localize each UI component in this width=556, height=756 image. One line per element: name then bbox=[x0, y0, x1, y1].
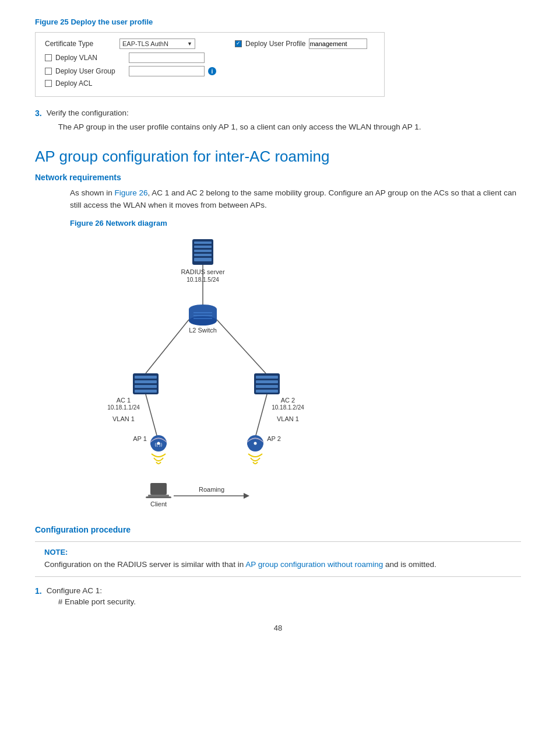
figure25-form: Certificate Type EAP-TLS AuthN ▼ Deploy … bbox=[35, 32, 385, 97]
ap2-label: AP 2 bbox=[267, 435, 281, 442]
configuration-procedure-section: Configuration procedure NOTE: Configurat… bbox=[35, 525, 521, 606]
figure26-title: Figure 26 Network diagram bbox=[70, 219, 521, 228]
cert-type-select[interactable]: EAP-TLS AuthN ▼ bbox=[119, 38, 195, 49]
step1-container: 1. Configure AC 1: # Enable port securit… bbox=[35, 586, 521, 606]
ac1-ip: 10.18.1.1/24 bbox=[107, 404, 140, 411]
step3-title: Verify the configuration: bbox=[47, 108, 421, 117]
svg-rect-14 bbox=[256, 385, 278, 388]
deploy-acl-checkbox[interactable] bbox=[45, 80, 52, 87]
svg-rect-10 bbox=[135, 385, 157, 388]
deploy-vlan-input[interactable] bbox=[129, 52, 205, 63]
network-requirements-text: As shown in Figure 26, AC 1 and AC 2 bel… bbox=[70, 187, 521, 212]
figure26-link[interactable]: Figure 26 bbox=[115, 188, 148, 197]
deploy-vlan-row: Deploy VLAN bbox=[45, 52, 375, 63]
network-requirements-section: Network requirements As shown in Figure … bbox=[35, 173, 521, 513]
text-before-link: As shown in bbox=[70, 188, 115, 197]
svg-rect-1 bbox=[194, 246, 212, 248]
deploy-user-group-label: Deploy User Group bbox=[55, 67, 125, 75]
step3-number: 3. bbox=[35, 108, 42, 134]
svg-rect-9 bbox=[135, 380, 157, 383]
info-icon: i bbox=[208, 67, 216, 75]
ac1-label: AC 1 bbox=[117, 397, 131, 404]
svg-rect-12 bbox=[256, 376, 278, 379]
svg-rect-8 bbox=[135, 376, 157, 379]
network-requirements-heading: Network requirements bbox=[35, 173, 521, 182]
svg-rect-0 bbox=[194, 242, 212, 244]
step1-sub: # Enable port security. bbox=[58, 597, 136, 606]
config-heading: Configuration procedure bbox=[35, 525, 521, 534]
note-text2: and is omitted. bbox=[383, 560, 437, 569]
svg-rect-3 bbox=[194, 254, 212, 256]
vlan1-right: VLAN 1 bbox=[277, 415, 299, 422]
deploy-user-group-row: Deploy User Group i bbox=[45, 66, 375, 76]
step3-text: The AP group in the user profile contain… bbox=[58, 121, 421, 134]
switch-icon-bottom bbox=[189, 316, 217, 326]
page-number: 48 bbox=[35, 624, 521, 632]
l2switch-label: L2 Switch bbox=[189, 327, 217, 334]
figure25-section: Figure 25 Deploy the user profile Certif… bbox=[35, 18, 521, 108]
ac2-ip: 10.18.1.2/24 bbox=[272, 404, 304, 411]
ap1-label: AP 1 bbox=[133, 435, 147, 442]
svg-point-18 bbox=[254, 442, 257, 444]
deploy-user-profile-checkbox[interactable] bbox=[235, 40, 242, 47]
deploy-user-group-checkbox[interactable] bbox=[45, 68, 52, 75]
step1-text: Configure AC 1: bbox=[47, 586, 136, 595]
svg-rect-11 bbox=[135, 390, 157, 393]
svg-rect-2 bbox=[194, 250, 212, 252]
figure25-title: Figure 25 Deploy the user profile bbox=[35, 18, 521, 26]
deploy-user-group-input[interactable] bbox=[129, 66, 205, 76]
deploy-user-profile-input[interactable] bbox=[309, 38, 367, 49]
switch-to-ac1-line bbox=[146, 320, 189, 373]
ac2-to-ap2-line bbox=[255, 394, 267, 438]
ac2-label: AC 2 bbox=[281, 397, 295, 404]
roaming-arrow bbox=[244, 493, 249, 499]
svg-rect-15 bbox=[256, 390, 278, 393]
client-icon-keyboard bbox=[146, 496, 171, 498]
client-label: Client bbox=[150, 501, 167, 508]
deploy-acl-label: Deploy ACL bbox=[55, 79, 125, 88]
switch-to-ac2-line bbox=[217, 320, 266, 373]
note-box: NOTE: Configuration on the RADIUS server… bbox=[35, 541, 521, 577]
client-icon-base bbox=[148, 495, 169, 496]
deploy-user-profile-label: Deploy User Profile bbox=[245, 40, 305, 48]
note-text1: Configuration on the RADIUS server is si… bbox=[44, 560, 245, 569]
ac1-to-ap1-line bbox=[146, 394, 157, 438]
diagram-svg: RADIUS server 10.18.1.5/24 L2 Switch A bbox=[70, 233, 396, 513]
cert-type-label: Certificate Type bbox=[45, 40, 115, 48]
svg-rect-13 bbox=[256, 380, 278, 383]
vlan1-left: VLAN 1 bbox=[112, 415, 135, 422]
deploy-vlan-label: Deploy VLAN bbox=[55, 54, 125, 62]
svg-point-17 bbox=[157, 442, 160, 444]
network-diagram: RADIUS server 10.18.1.5/24 L2 Switch A bbox=[70, 233, 521, 513]
step1-content: Configure AC 1: # Enable port security. bbox=[47, 586, 136, 606]
dropdown-icon: ▼ bbox=[187, 41, 192, 47]
roaming-label: Roaming bbox=[199, 486, 224, 493]
cert-type-row: Certificate Type EAP-TLS AuthN ▼ Deploy … bbox=[45, 38, 375, 49]
cert-type-value: EAP-TLS AuthN bbox=[122, 40, 168, 47]
section-title: AP group configuration for inter-AC roam… bbox=[35, 148, 521, 166]
note-link[interactable]: AP group configuration without roaming bbox=[245, 560, 383, 569]
step1-number: 1. bbox=[35, 586, 42, 606]
svg-rect-4 bbox=[194, 258, 212, 261]
step3-content: Verify the configuration: The AP group i… bbox=[47, 108, 421, 134]
step3-container: 3. Verify the configuration: The AP grou… bbox=[35, 108, 521, 134]
note-label: NOTE: bbox=[44, 548, 512, 556]
deploy-acl-row: Deploy ACL bbox=[45, 79, 375, 88]
note-text: Configuration on the RADIUS server is si… bbox=[44, 559, 512, 570]
deploy-vlan-checkbox[interactable] bbox=[45, 54, 52, 61]
client-icon-screen bbox=[150, 483, 167, 495]
